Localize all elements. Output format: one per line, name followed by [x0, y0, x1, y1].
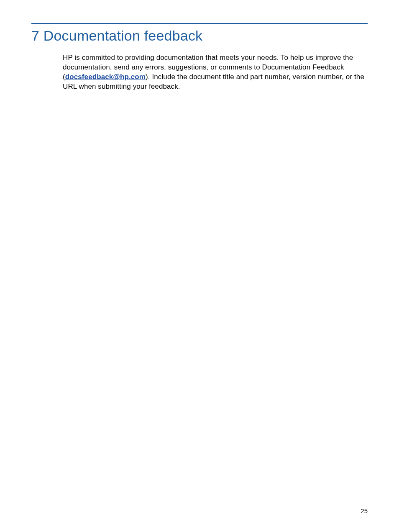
- chapter-heading: 7 Documentation feedback: [31, 28, 368, 44]
- page-number: 25: [361, 507, 368, 514]
- heading-rule: [31, 23, 368, 24]
- page-content: 7 Documentation feedback HP is committed…: [0, 0, 399, 92]
- feedback-email-link[interactable]: docsfeedback@hp.com: [65, 73, 146, 81]
- body-paragraph: HP is committed to providing documentati…: [31, 53, 368, 92]
